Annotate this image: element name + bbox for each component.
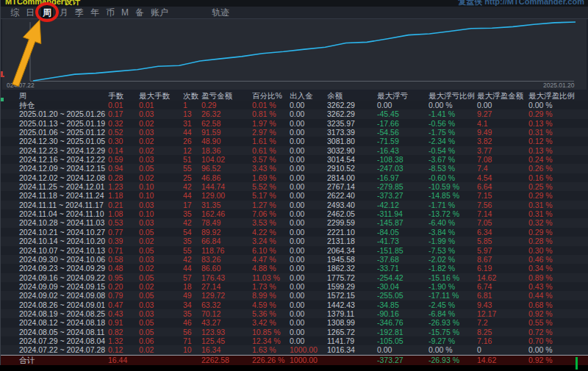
menu-item-trail[interactable]: 轨迹 [212,7,229,18]
cell: 2024.09.23 ~ 2024.09.29 [1,264,108,273]
menu-item-9[interactable]: 备 [135,7,144,18]
column-header[interactable]: 余额 [327,91,377,101]
table-row[interactable]: 2025.01.06 ~ 2025.01.120.520.034491.592.… [1,128,588,137]
cell: 0.05 [139,228,183,237]
table-row[interactable]: 2024.12.16 ~ 2024.12.220.590.0351104.023… [1,155,588,164]
cell: 0.02 [139,173,183,182]
cell: 0.00 [290,191,327,200]
menu-item-8[interactable]: M [121,7,129,18]
table-row[interactable]: 2024.09.02 ~ 2024.09.080.790.0549129.728… [1,291,588,300]
cell: 13 [183,109,201,118]
cell: 0.00 [290,336,327,345]
table-row[interactable]: 2025.01.20 ~ 2025.01.260.170.031326.320.… [1,109,588,118]
cell: 1.69 % [252,173,290,182]
table-row[interactable]: 持仓0.010.0110.290.01 %0.003262.290.000.00… [1,101,588,109]
table-row[interactable]: 2024.12.23 ~ 2024.12.290.140.021218.360.… [1,146,588,155]
table-row[interactable]: 2024.09.23 ~ 2024.09.290.480.024486.604.… [1,264,588,273]
table-row[interactable]: 2024.10.14 ~ 2024.10.200.390.023566.843.… [1,237,588,245]
column-header[interactable]: 百分比% [252,91,290,101]
cell: -10.59 % [429,182,477,191]
table-row[interactable]: 2024.07.29 ~ 2024.08.041.320.0671125.451… [1,336,588,345]
cell: -71.59 [377,137,429,145]
cell: 2024.10.07 ~ 2024.10.13 [1,246,108,255]
cell: 3262.29 [327,101,377,109]
cell: 0 [477,345,528,354]
cell: -145.87 [377,218,429,227]
cell: 6.81 [477,291,528,300]
cell: 129.72 [201,291,252,300]
column-header[interactable]: 最大浮亏比例 [429,91,477,101]
table-row[interactable]: 2024.10.21 ~ 2024.10.270.770.055489.924.… [1,228,588,237]
column-header[interactable]: 次数 [183,91,201,101]
menu-item-6[interactable]: 年 [90,7,99,18]
cell: 226.26 % [252,356,290,365]
stats-table: 周手数最大手数次数盈亏金额百分比%出入金余额最大浮亏最大浮亏比例最大浮盈金额最大… [1,91,588,365]
cell: 176.43 [201,273,252,282]
cell: 0.00 [290,328,327,336]
cell: 118.76 [201,246,252,255]
table-row[interactable]: 2024.09.09 ~ 2024.09.150.200.021827.141.… [1,282,588,291]
cell: 0.00 [290,155,327,164]
cell: -3.84 % [429,228,477,237]
cell: 0.03 [139,300,183,309]
table-row[interactable]: 2024.11.11 ~ 2024.11.170.210.031731.351.… [1,201,588,209]
cell: 0.00 % [429,345,477,354]
cell: 3.82 [477,137,528,145]
cell: 0.00 [290,101,327,109]
table-row[interactable]: 2024.11.25 ~ 2024.12.011.230.1042144.745… [1,182,588,191]
table-row[interactable]: 2024.09.30 ~ 2024.10.060.580.034283.264.… [1,255,588,264]
table-row[interactable]: 2024.09.16 ~ 2024.09.220.950.0557176.431… [1,273,588,282]
cell: 0.05 [139,273,183,282]
cell: 5.17 % [252,191,290,200]
table-row[interactable]: 2024.12.02 ~ 2024.12.080.280.022546.861.… [1,173,588,182]
cell: 0.03 [139,109,183,118]
cell: -279.85 [377,182,429,191]
menu-item-7[interactable]: 币 [106,7,115,18]
column-header[interactable]: 盈亏金额 [201,91,252,101]
cell [183,356,201,365]
menu-item-4[interactable]: 月 [60,7,68,18]
cell: 2024.10.14 ~ 2024.10.20 [1,237,108,245]
cell: 91.59 [201,128,252,137]
cell: 3.53 % [252,218,290,227]
table-row[interactable]: 2024.12.09 ~ 2024.12.150.940.055596.523.… [1,164,588,173]
column-header[interactable]: 最大手数 [139,91,183,101]
menu-item-5[interactable]: 季 [75,7,84,18]
cell: 2024.08.26 ~ 2024.09.01 [1,300,108,309]
cell: 125.45 [201,336,252,345]
table-row[interactable]: 2024.11.04 ~ 2024.11.101.080.1035162.467… [1,209,588,218]
cell: 6.19 [477,264,528,273]
table-row[interactable]: 2024.10.28 ~ 2024.11.030.530.034278.493.… [1,218,588,227]
column-header[interactable]: 最大浮亏 [377,91,429,101]
cell: 0.05 [139,318,183,327]
cell: 0.71 [108,246,139,255]
table-row[interactable]: 2024.08.19 ~ 2024.08.250.430.033570.125.… [1,309,588,318]
column-header[interactable]: 手数 [108,91,139,101]
cell: 0.47 [108,300,139,309]
column-header[interactable]: 最大浮盈金额 [477,91,528,101]
table-row[interactable]: 2024.08.26 ~ 2024.09.010.470.033463.324.… [1,300,588,309]
menu-item-10[interactable]: 账户 [151,7,168,18]
cell: 7.15 [477,191,528,200]
cell: 6.64 [477,182,528,191]
cell: 1862.32 [327,264,377,273]
table-row[interactable]: 2025.01.13 ~ 2025.01.190.320.023162.581.… [1,119,588,128]
cell: -54.56 [377,128,429,137]
table-row[interactable]: 2024.08.05 ~ 2024.08.110.820.0556123.931… [1,328,588,336]
cell: 6.74 [477,282,528,291]
cell [139,356,183,365]
cell: 89.92 [201,228,252,237]
cell: 0.00 [290,128,327,137]
table-row[interactable]: 2024.12.30 ~ 2025.01.050.300.022648.901.… [1,137,588,145]
column-header[interactable]: 周 [1,91,108,101]
cell: 63.32 [201,300,252,309]
table-row[interactable]: 2024.08.12 ~ 2024.08.180.910.054643.273.… [1,318,588,327]
table-row[interactable]: 2024.10.07 ~ 2024.10.130.710.0555118.766… [1,246,588,255]
column-header[interactable]: 最大浮盈比例 [528,91,588,101]
annotation-arrow [1,15,52,92]
cell: 26.32 [201,109,252,118]
table-row[interactable]: 2024.07.22 ~ 2024.07.280.120.021016.341.… [1,345,588,354]
table-row[interactable]: 2024.11.18 ~ 2024.11.241.180.1044129.005… [1,191,588,200]
column-header[interactable]: 出入金 [290,91,327,101]
cell: 56 [183,328,201,336]
